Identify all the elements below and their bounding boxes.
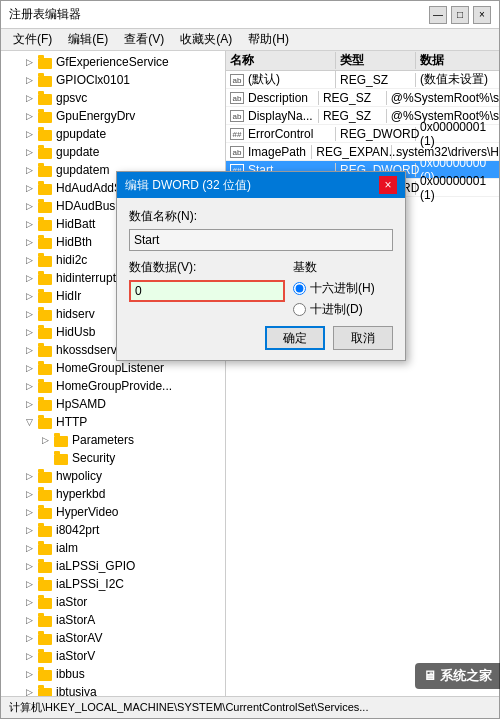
- dialog-buttons: 确定 取消: [129, 326, 393, 350]
- dialog-data-label: 数值数据(V):: [129, 259, 285, 276]
- maximize-button[interactable]: □: [451, 6, 469, 24]
- close-button[interactable]: ×: [473, 6, 491, 24]
- title-bar: 注册表编辑器 — □ ×: [1, 1, 499, 29]
- main-content: ▷ GfExperienceService ▷ GPIOClx0101 ▷ gp…: [1, 51, 499, 696]
- radio-dec-input[interactable]: [293, 303, 306, 316]
- dialog-title: 编辑 DWORD (32 位值): [125, 177, 251, 194]
- dialog-title-bar: 编辑 DWORD (32 位值) ×: [117, 172, 405, 198]
- dialog-name-label: 数值名称(N):: [129, 208, 393, 225]
- radio-dec-label[interactable]: 十进制(D): [293, 301, 393, 318]
- menu-help[interactable]: 帮助(H): [240, 29, 297, 50]
- dialog-value-left: 数值数据(V):: [129, 259, 285, 318]
- menu-favorites[interactable]: 收藏夹(A): [172, 29, 240, 50]
- status-text: 计算机\HKEY_LOCAL_MACHINE\SYSTEM\CurrentCon…: [9, 700, 368, 715]
- radio-hex-label[interactable]: 十六进制(H): [293, 280, 393, 297]
- dialog-overlay: 编辑 DWORD (32 位值) × 数值名称(N): 数值数据(V): 基数: [1, 51, 499, 696]
- dialog-base-section: 基数 十六进制(H) 十进制(D): [293, 259, 393, 318]
- ok-button[interactable]: 确定: [265, 326, 325, 350]
- dialog-base-label: 基数: [293, 259, 393, 276]
- radio-dec-text: 十进制(D): [310, 301, 363, 318]
- registry-editor-window: 注册表编辑器 — □ × 文件(F) 编辑(E) 查看(V) 收藏夹(A) 帮助…: [0, 0, 500, 719]
- status-bar: 计算机\HKEY_LOCAL_MACHINE\SYSTEM\CurrentCon…: [1, 696, 499, 718]
- minimize-button[interactable]: —: [429, 6, 447, 24]
- edit-dword-dialog: 编辑 DWORD (32 位值) × 数值名称(N): 数值数据(V): 基数: [116, 171, 406, 361]
- dialog-data-input[interactable]: [129, 280, 285, 302]
- radio-hex-input[interactable]: [293, 282, 306, 295]
- cancel-button[interactable]: 取消: [333, 326, 393, 350]
- window-title: 注册表编辑器: [9, 6, 81, 23]
- dialog-close-button[interactable]: ×: [379, 176, 397, 194]
- radio-hex-text: 十六进制(H): [310, 280, 375, 297]
- menu-bar: 文件(F) 编辑(E) 查看(V) 收藏夹(A) 帮助(H): [1, 29, 499, 51]
- menu-view[interactable]: 查看(V): [116, 29, 172, 50]
- menu-edit[interactable]: 编辑(E): [60, 29, 116, 50]
- menu-file[interactable]: 文件(F): [5, 29, 60, 50]
- title-buttons: — □ ×: [429, 6, 491, 24]
- dialog-body: 数值名称(N): 数值数据(V): 基数 十六进制(: [117, 198, 405, 360]
- dialog-name-input[interactable]: [129, 229, 393, 251]
- dialog-value-section: 数值数据(V): 基数 十六进制(H): [129, 259, 393, 318]
- radio-group: 十六进制(H) 十进制(D): [293, 280, 393, 318]
